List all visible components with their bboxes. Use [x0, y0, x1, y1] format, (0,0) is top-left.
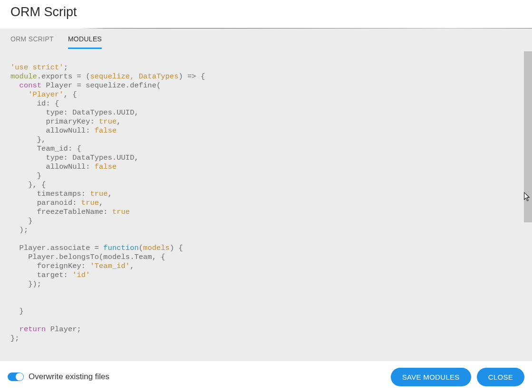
- tab-bar: ORM SCRIPT MODULES: [0, 29, 532, 49]
- overwrite-toggle-wrap: Overwrite existing files: [8, 372, 109, 382]
- toggle-knob: [16, 373, 23, 381]
- save-modules-button[interactable]: SAVE MODULES: [391, 368, 471, 386]
- close-button[interactable]: CLOSE: [477, 368, 524, 386]
- vertical-scrollbar[interactable]: [524, 51, 532, 222]
- dialog-header: ORM Script: [0, 0, 532, 28]
- content-area: ORM SCRIPT MODULES 'use strict'; module.…: [0, 29, 532, 361]
- overwrite-toggle[interactable]: [8, 373, 24, 381]
- overwrite-label: Overwrite existing files: [29, 372, 109, 382]
- tab-modules[interactable]: MODULES: [68, 35, 102, 49]
- tab-orm-script[interactable]: ORM SCRIPT: [10, 35, 54, 49]
- code-block: 'use strict'; module.exports = (sequeliz…: [10, 63, 522, 343]
- dialog-footer: Overwrite existing files SAVE MODULES CL…: [0, 362, 532, 392]
- page-title: ORM Script: [10, 5, 522, 19]
- code-viewer[interactable]: 'use strict'; module.exports = (sequeliz…: [0, 49, 532, 359]
